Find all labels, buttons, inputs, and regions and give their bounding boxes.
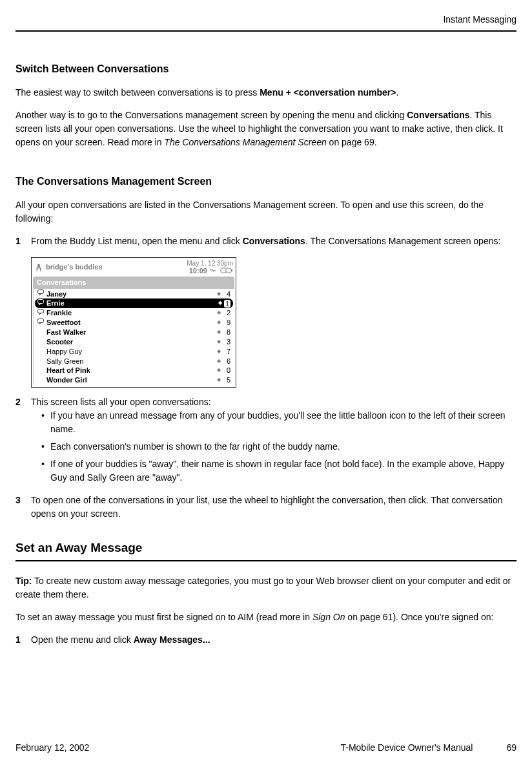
bullet-item: •If you have an unread message from any … (41, 409, 517, 436)
conversation-number: 9 (223, 318, 230, 328)
footer-title: T-Mobile Device Owner's Manual (340, 741, 473, 755)
screenshot-list: Janey◆4Ernie◆1Frankie◆2Sweetfoot◆9Fast W… (33, 289, 234, 386)
svg-point-0 (37, 264, 40, 266)
speech-balloon-icon (37, 309, 46, 318)
conversation-name: Scooter (46, 337, 217, 347)
diamond-icon: ◆ (217, 339, 221, 346)
text-bold: Conversations (243, 236, 305, 246)
step: 1 Open the menu and click Away Messages.… (15, 633, 517, 647)
screenshot-section-header: Conversations (33, 277, 234, 289)
step: 2 This screen lists all your open conver… (15, 395, 517, 488)
svg-rect-6 (38, 300, 44, 304)
diamond-icon: ◆ (217, 377, 221, 384)
bullet-text: If one of your buddies is "away", their … (50, 457, 517, 485)
paragraph: Another way is to go to the Conversation… (15, 109, 517, 149)
text-italic: The Conversations Management Screen (164, 137, 326, 147)
conversation-name: Wonder Girl (46, 375, 217, 385)
speech-balloon-icon (37, 299, 46, 308)
page-footer: February 12, 2002 T-Mobile Device Owner'… (15, 741, 517, 755)
text: . The Conversations Management screen op… (305, 236, 500, 246)
step: 1 From the Buddy List menu, open the men… (15, 235, 517, 248)
battery-icon: $ (220, 267, 233, 275)
bullet-list: •If you have an unread message from any … (31, 409, 517, 485)
screenshot-titlebar: bridge's buddies May 1, 12:30pm 10:09 $ (33, 259, 234, 275)
conversation-row: Ernie◆1 (35, 298, 233, 308)
running-header: Instant Messaging (15, 13, 517, 32)
conversation-row: Frankie◆2 (34, 308, 234, 318)
conversation-row: Sweetfoot◆9 (34, 318, 234, 328)
screenshot-time: 10:09 (189, 267, 207, 275)
text-bold: Away Messages... (134, 634, 210, 645)
screenshot-status: May 1, 12:30pm 10:09 $ (187, 260, 233, 275)
text-bold: Conversations (407, 110, 469, 120)
conversation-number: 7 (223, 347, 230, 357)
step-number: 1 (15, 633, 31, 647)
diamond-icon: ◆ (217, 319, 221, 326)
step-number: 2 (15, 395, 31, 488)
footer-page-number: 69 (506, 741, 517, 755)
conversation-number: 8 (223, 328, 230, 337)
svg-point-1 (214, 270, 216, 271)
conversation-row: Janey◆4 (34, 289, 234, 299)
conversation-name: Ernie (46, 298, 218, 308)
conversation-number: 4 (223, 289, 230, 299)
diamond-icon: ◆ (217, 291, 221, 298)
text: Open the menu and click (31, 634, 134, 645)
text: From the Buddy List menu, open the menu … (31, 236, 243, 246)
screenshot-date: May 1, 12:30pm (187, 260, 233, 267)
step-number: 1 (15, 235, 31, 248)
bullet-text: If you have an unread message from any o… (50, 409, 517, 436)
conversation-row: Fast Walker◆8 (34, 328, 234, 337)
signal-icon (209, 267, 220, 275)
heading-conversations-mgmt: The Conversations Management Screen (15, 174, 517, 189)
svg-rect-3 (231, 269, 232, 271)
diamond-icon: ◆ (217, 348, 221, 355)
step-body: From the Buddy List menu, open the menu … (31, 235, 517, 248)
conversation-number: 3 (223, 337, 230, 347)
text: To create new custom away message catego… (15, 576, 511, 600)
conversation-name: Sally Green (46, 357, 217, 366)
conversation-number: 6 (223, 357, 230, 366)
heading-switch-between: Switch Between Conversations (15, 61, 517, 77)
paragraph: The easiest way to switch between conver… (15, 86, 517, 99)
conversation-name: Janey (46, 289, 217, 299)
step-body: Open the menu and click Away Messages... (31, 633, 517, 647)
tip-label: Tip: (15, 576, 32, 586)
svg-text:$: $ (225, 269, 227, 273)
conversation-name: Frankie (46, 308, 217, 318)
conversation-name: Heart of Pink (46, 366, 217, 375)
device-screenshot: bridge's buddies May 1, 12:30pm 10:09 $ … (31, 257, 236, 388)
conversation-name: Sweetfoot (46, 318, 217, 328)
section-rule (15, 560, 517, 561)
text: . (396, 87, 398, 98)
bullet-text: Each conversation's number is shown to t… (50, 440, 340, 454)
bullet-item: •If one of your buddies is "away", their… (41, 457, 517, 485)
step-body: This screen lists all your open conversa… (31, 395, 517, 488)
conversation-row: Happy Guy◆7 (34, 347, 234, 357)
conversation-row: Sally Green◆6 (34, 357, 234, 366)
svg-rect-8 (38, 319, 44, 322)
bullet-item: •Each conversation's number is shown to … (41, 440, 517, 454)
svg-rect-5 (38, 290, 44, 294)
diamond-icon: ◆ (218, 300, 222, 307)
diamond-icon: ◆ (217, 358, 221, 365)
conversation-number: 2 (223, 308, 230, 318)
conversation-row: Scooter◆3 (34, 337, 234, 347)
conversation-number: 1 (224, 300, 230, 308)
aim-buddy-icon (34, 263, 43, 272)
conversation-name: Happy Guy (46, 347, 217, 357)
text: The easiest way to switch between conver… (15, 87, 260, 98)
step-body: To open one of the conversations in your… (31, 494, 517, 521)
bullet-mark: • (41, 457, 50, 485)
screenshot-title: bridge's buddies (46, 262, 187, 273)
text: on page 61). Once you're signed on: (345, 612, 493, 622)
paragraph: All your open conversations are listed i… (15, 198, 517, 225)
text: To set an away message you must first be… (15, 612, 312, 622)
text-bold: Menu + <conversation number> (260, 87, 396, 98)
text: Another way is to go to the Conversation… (15, 110, 407, 120)
diamond-icon: ◆ (217, 309, 221, 317)
diamond-icon: ◆ (217, 367, 221, 374)
heading-set-away: Set an Away Message (15, 539, 517, 558)
diamond-icon: ◆ (217, 329, 221, 336)
conversation-name: Fast Walker (46, 328, 217, 337)
